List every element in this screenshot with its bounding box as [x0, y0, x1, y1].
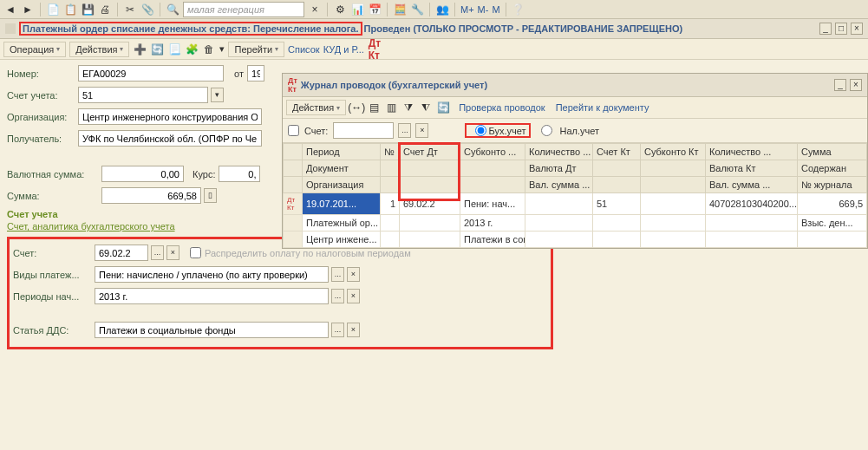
journal-grid[interactable]: Период № Счет Дт Субконто ... Количество… [283, 142, 867, 248]
filter1-icon[interactable]: ▤ [367, 101, 381, 114]
operation-button[interactable]: Операция▾ [3, 42, 66, 57]
hdr-mark[interactable] [284, 144, 303, 160]
kud-link[interactable]: КУД и Р... [323, 44, 364, 55]
hdr-qty-dt[interactable]: Количество ... [525, 144, 593, 160]
help-icon[interactable]: ❔ [512, 3, 525, 16]
acc-field[interactable] [95, 245, 148, 261]
cell-period[interactable]: 19.07.201... [303, 193, 381, 215]
sum-field[interactable] [101, 187, 201, 204]
filter2-icon[interactable]: ▥ [384, 101, 398, 114]
clear-filter-icon[interactable]: ⧨ [419, 101, 433, 114]
config-icon[interactable]: ⚙ [333, 3, 347, 16]
dtkt-icon[interactable]: ДтКт [368, 42, 382, 56]
account-dd[interactable]: ▾ [211, 88, 224, 102]
report-icon[interactable]: 📊 [350, 3, 364, 16]
search-input[interactable] [183, 2, 304, 17]
nav-back-icon[interactable]: ◄ [3, 3, 17, 16]
dds-label: Статья ДДС: [13, 325, 91, 336]
refresh2-icon[interactable]: 🔄 [436, 101, 450, 114]
minimize-button[interactable]: _ [819, 23, 832, 35]
buh-radio[interactable] [475, 125, 486, 136]
print-icon[interactable]: 🖨 [98, 3, 112, 16]
filter-account-input[interactable] [333, 122, 394, 139]
refresh-icon[interactable]: 🔄 [150, 42, 164, 56]
org-field[interactable] [78, 108, 262, 125]
copy-icon[interactable]: 📋 [63, 3, 77, 16]
nav-fwd-icon[interactable]: ► [21, 3, 35, 16]
actions-button[interactable]: Действия▾ [69, 42, 129, 57]
hdr-period[interactable]: Период [303, 144, 381, 160]
hdr-subkt[interactable]: Субконто Кт [641, 144, 706, 160]
rate-field[interactable] [219, 166, 260, 182]
distribute-checkbox[interactable] [190, 247, 201, 258]
hdr-subdt[interactable]: Субконто ... [460, 144, 525, 160]
expand-icon[interactable]: (↔) [349, 101, 363, 114]
calc-icon[interactable]: 🧮 [393, 3, 407, 16]
clear-icon[interactable]: × [308, 3, 322, 16]
dtkt-small-icon: ДтКт [288, 76, 297, 94]
save-icon[interactable]: 💾 [81, 3, 95, 16]
paytype-dd[interactable]: ... [331, 267, 344, 282]
period-x[interactable]: × [347, 289, 360, 303]
rate-label: Курс: [193, 169, 215, 179]
journal-toolbar: Действия▾ (↔) ▤ ▥ ⧩ ⧨ 🔄 Проверка проводо… [283, 97, 867, 119]
cut-icon[interactable]: ✂ [123, 3, 137, 16]
recipient-label: Получатель: [7, 134, 75, 144]
nal-radio[interactable] [541, 125, 552, 136]
acc-dd[interactable]: ... [151, 245, 164, 260]
dds-dd[interactable]: ... [331, 323, 344, 337]
account-ucheta-field[interactable] [78, 87, 208, 103]
paste-icon[interactable]: 📎 [140, 3, 154, 16]
filter-acc-dd[interactable]: ... [398, 123, 411, 138]
hdr-sum[interactable]: Сумма [798, 144, 867, 160]
account-ucheta-label: Счет учета: [7, 90, 75, 101]
funnel-icon[interactable]: ⧩ [401, 101, 415, 114]
recipient-field[interactable] [78, 130, 262, 147]
hdr-qty-kt[interactable]: Количество ... [706, 144, 798, 160]
sum-label: Сумма: [7, 191, 98, 201]
post-icon[interactable]: ➕ [133, 42, 147, 56]
journal-minimize[interactable]: _ [834, 79, 846, 91]
from-field[interactable] [247, 65, 264, 82]
filter-acc-x[interactable]: × [415, 123, 428, 138]
calendar-icon[interactable]: 📅 [368, 3, 382, 16]
paytype-field[interactable] [95, 266, 329, 283]
check-postings[interactable]: Проверка проводок [459, 102, 545, 113]
search-icon[interactable]: 🔍 [166, 3, 179, 16]
close-button[interactable]: × [851, 23, 863, 35]
m-minus[interactable]: M- [478, 4, 489, 15]
sum-calc[interactable]: ▯ [204, 188, 217, 203]
m-plus[interactable]: M+ [460, 4, 474, 15]
tool-icon[interactable]: 🔧 [410, 3, 424, 16]
header-row-2: Документ Валюта Дт Валюта Кт Содержан [284, 160, 867, 177]
journal-close[interactable]: × [850, 79, 862, 91]
account-section-highlight: Счет: ... × Распределить оплату по налог… [7, 237, 553, 349]
m-mem[interactable]: M [492, 4, 499, 15]
journal-actions[interactable]: Действия▾ [286, 100, 346, 115]
acc-x[interactable]: × [166, 245, 179, 260]
dds-x[interactable]: × [347, 323, 360, 337]
dds-field[interactable] [95, 322, 329, 338]
period-dd[interactable]: ... [331, 289, 344, 303]
hdr-acc-dt[interactable]: Счет Дт [400, 144, 460, 160]
goto-document[interactable]: Перейти к документу [556, 102, 649, 113]
buh-radio-highlight: Бух.учет [465, 123, 531, 138]
period-field[interactable] [95, 288, 329, 304]
hdr-acc-kt[interactable]: Счет Кт [593, 144, 641, 160]
users-icon[interactable]: 👥 [435, 3, 449, 16]
fx-sum-field[interactable] [101, 166, 184, 182]
from-label: от [234, 68, 244, 79]
org-label: Организация: [7, 112, 75, 122]
hdr-num[interactable]: № [381, 144, 400, 160]
goto-button[interactable]: Перейти▾ [228, 42, 284, 57]
list-icon[interactable]: 📃 [167, 42, 181, 56]
new-icon[interactable]: 📄 [46, 3, 60, 16]
del-icon[interactable]: 🗑 [202, 42, 216, 56]
struct-icon[interactable]: 🧩 [185, 42, 199, 56]
list-link[interactable]: Список [288, 44, 320, 55]
number-field[interactable] [78, 65, 224, 82]
filter-account-checkbox[interactable] [288, 125, 299, 136]
restore-button[interactable]: □ [835, 23, 847, 35]
paytype-x[interactable]: × [347, 267, 360, 282]
distribute-label: Распределить оплату по налоговым периода… [205, 248, 411, 258]
